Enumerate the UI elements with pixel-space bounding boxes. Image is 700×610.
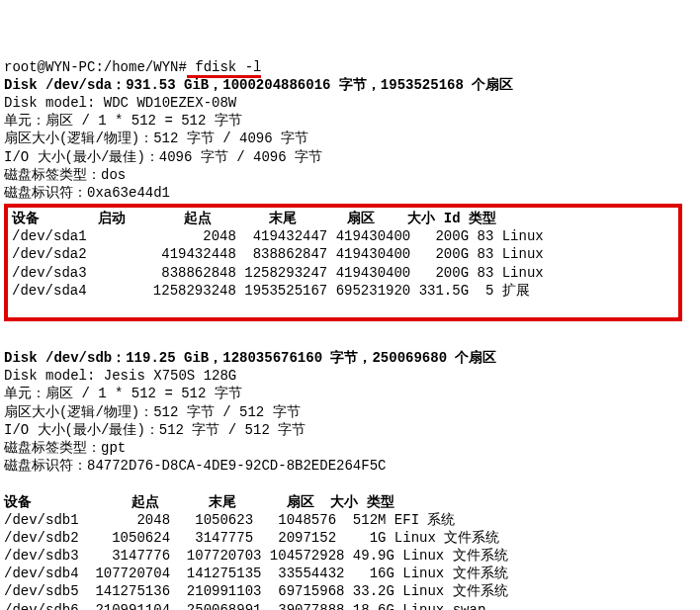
- table-row: /dev/sda3 838862848 1258293247 419430400…: [12, 265, 544, 281]
- disk-sdb-header: Disk /dev/sdb：119.25 GiB，128035676160 字节…: [4, 350, 496, 366]
- disk-sda-unit: 单元：扇区 / 1 * 512 = 512 字节: [4, 113, 242, 129]
- table-row: /dev/sdb5 141275136 210991103 69715968 3…: [4, 583, 508, 599]
- sdb-table-header: 设备 起点 末尾 扇区 大小 类型: [4, 494, 394, 510]
- disk-sdb-unit: 单元：扇区 / 1 * 512 = 512 字节: [4, 386, 242, 401]
- table-row: /dev/sda4 1258293248 1953525167 69523192…: [12, 283, 530, 299]
- disk-sdb-model: Disk model: Jesis X750S 128G: [4, 368, 236, 384]
- highlight-box: 设备 启动 起点 末尾 扇区 大小 Id 类型 /dev/sda1 2048 4…: [4, 204, 682, 321]
- disk-sda-header: Disk /dev/sda：931.53 GiB，1000204886016 字…: [4, 77, 513, 93]
- disk-sdb-io: I/O 大小(最小/最佳)：512 字节 / 512 字节: [4, 422, 306, 438]
- command-input[interactable]: fdisk -l: [187, 59, 262, 78]
- disk-sdb-sector: 扇区大小(逻辑/物理)：512 字节 / 512 字节: [4, 404, 301, 420]
- disk-sdb-labeltype: 磁盘标签类型：gpt: [4, 440, 126, 456]
- table-row: /dev/sdb4 107720704 141275135 33554432 1…: [4, 566, 508, 581]
- disk-sdb-ident: 磁盘标识符：84772D76-D8CA-4DE9-92CD-8B2EDE264F…: [4, 458, 386, 474]
- table-row: /dev/sdb2 1050624 3147775 2097152 1G Lin…: [4, 530, 499, 546]
- table-row: /dev/sda1 2048 419432447 419430400 200G …: [12, 228, 544, 244]
- disk-sda-labeltype: 磁盘标签类型：dos: [4, 167, 126, 183]
- table-row: /dev/sdb3 3147776 107720703 104572928 49…: [4, 548, 508, 564]
- disk-sda-io: I/O 大小(最小/最佳)：4096 字节 / 4096 字节: [4, 149, 322, 165]
- disk-sda-sector: 扇区大小(逻辑/物理)：512 字节 / 4096 字节: [4, 131, 308, 146]
- disk-sda-ident: 磁盘标识符：0xa63e44d1: [4, 185, 170, 201]
- disk-sda-model: Disk model: WDC WD10EZEX-08W: [4, 95, 236, 111]
- table-row: /dev/sda2 419432448 838862847 419430400 …: [12, 246, 544, 262]
- table-row: /dev/sdb1 2048 1050623 1048576 512M EFI …: [4, 512, 455, 528]
- table-row: /dev/sdb6 210991104 250068991 39077888 1…: [4, 602, 485, 610]
- shell-prompt: root@WYN-PC:/home/WYN#: [4, 59, 187, 75]
- sda-table-header: 设备 启动 起点 末尾 扇区 大小 Id 类型: [12, 211, 496, 226]
